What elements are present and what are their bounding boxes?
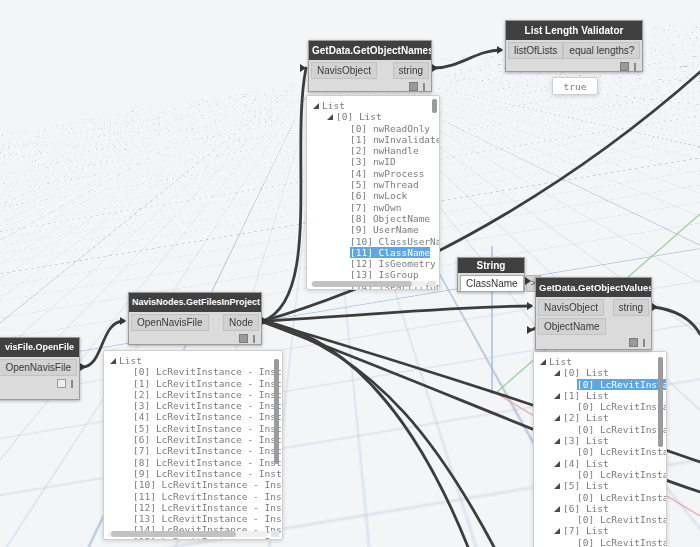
expander-icon[interactable] bbox=[554, 370, 560, 376]
expander-icon[interactable] bbox=[554, 461, 560, 467]
wire-getvalues-out[interactable] bbox=[653, 307, 700, 334]
list-item[interactable]: [4] nwProcess bbox=[307, 168, 439, 179]
expander-icon[interactable] bbox=[554, 528, 560, 534]
list-item[interactable]: [3] nwID bbox=[307, 156, 439, 167]
list-item[interactable]: [0] LcRevitInstance - Instance - bbox=[104, 366, 282, 377]
list-item[interactable]: [13] LcRevitInstance - Instance - bbox=[104, 513, 282, 524]
validator-preview-bubble[interactable]: true bbox=[552, 77, 598, 95]
input-port-objectname[interactable]: ObjectName bbox=[538, 318, 606, 335]
wire-node-to-getnames[interactable] bbox=[263, 68, 306, 321]
list-item[interactable]: [2] LcRevitInstance - Instance - bbox=[104, 389, 282, 400]
preview-toggle-icon[interactable] bbox=[239, 334, 248, 343]
list-item[interactable]: [7] LcRevitInstance - Instance - bbox=[104, 445, 282, 456]
output-port-string[interactable]: string bbox=[393, 62, 429, 79]
node-menu-icon[interactable] bbox=[71, 380, 73, 388]
list-item[interactable]: [5] nwThread bbox=[307, 179, 439, 190]
getnames-preview-bubble[interactable]: List[0] List[0] nwReadOnly[1] nwInvalida… bbox=[306, 95, 440, 290]
list-item[interactable]: [0] LcRevitInstance bbox=[534, 401, 666, 412]
expander-icon[interactable] bbox=[554, 483, 560, 489]
preview-toggle-icon[interactable] bbox=[57, 379, 66, 388]
list-item[interactable]: [3] List bbox=[534, 435, 666, 446]
list-item[interactable]: [6] List bbox=[534, 503, 666, 514]
getfiles-preview-bubble[interactable]: List[0] LcRevitInstance - Instance -[1] … bbox=[103, 350, 283, 540]
output-port-node[interactable]: Node bbox=[223, 314, 259, 331]
string-value-input[interactable]: ClassName bbox=[460, 275, 524, 292]
list-item[interactable]: List bbox=[307, 100, 439, 111]
output-port-string[interactable]: string bbox=[613, 299, 649, 316]
node-menu-icon[interactable] bbox=[634, 63, 636, 71]
horizontal-scrollbar[interactable] bbox=[311, 281, 425, 287]
list-item[interactable]: [0] LcRevitInstance bbox=[534, 446, 666, 457]
node-getfilesinproject[interactable]: NavisNodes.GetFilesInProject OpenNavisFi… bbox=[128, 292, 262, 345]
list-item[interactable]: [1] LcRevitInstance - Instance - bbox=[104, 378, 282, 389]
expander-icon[interactable] bbox=[327, 114, 333, 120]
expander-icon[interactable] bbox=[110, 358, 116, 364]
list-item[interactable]: [10] LcRevitInstance - Instance - bbox=[104, 479, 282, 490]
list-item[interactable]: [5] LcRevitInstance - Instance - bbox=[104, 423, 282, 434]
list-item[interactable]: List bbox=[104, 355, 282, 366]
expander-icon[interactable] bbox=[554, 415, 560, 421]
list-item[interactable]: [8] ObjectName bbox=[307, 213, 439, 224]
list-item[interactable]: [1] List bbox=[534, 390, 666, 401]
list-item[interactable]: [4] List bbox=[534, 458, 666, 469]
output-port-equal-lengths[interactable]: equal lengths? bbox=[563, 42, 640, 59]
vertical-scrollbar-thumb[interactable] bbox=[274, 359, 279, 464]
list-item[interactable]: [0] nwReadOnly bbox=[307, 123, 439, 134]
expander-icon[interactable] bbox=[554, 506, 560, 512]
node-listlengthvalidator[interactable]: List Length Validator listOfLists equal … bbox=[505, 20, 643, 72]
horizontal-scrollbar[interactable] bbox=[108, 531, 268, 537]
node-string[interactable]: String ClassName > bbox=[457, 257, 525, 292]
node-openfile[interactable]: visFile.OpenFile OpenNavisFile bbox=[0, 337, 80, 400]
preview-toggle-icon[interactable] bbox=[409, 82, 418, 91]
list-item[interactable]: [5] List bbox=[534, 480, 666, 491]
node-title[interactable]: visFile.OpenFile bbox=[0, 338, 79, 357]
expander-icon[interactable] bbox=[554, 393, 560, 399]
input-port-navisobject[interactable]: NavisObject bbox=[311, 62, 377, 79]
node-title[interactable]: GetData.GetObjectNames bbox=[309, 41, 431, 60]
node-menu-icon[interactable] bbox=[253, 335, 255, 343]
preview-toggle-icon[interactable] bbox=[620, 62, 629, 71]
list-item[interactable]: [1] nwInvalidated bbox=[307, 134, 439, 145]
preview-toggle-icon[interactable] bbox=[629, 338, 638, 347]
expander-icon[interactable] bbox=[313, 103, 319, 109]
list-item[interactable]: [11] LcRevitInstance - Instance - bbox=[104, 491, 282, 502]
getvalues-preview-bubble[interactable]: List[0] List[0] LcRevitInstance[1] List[… bbox=[533, 351, 667, 547]
list-item[interactable]: [13] IsGroup bbox=[307, 269, 439, 280]
list-item[interactable]: [2] List bbox=[534, 412, 666, 423]
wire-node-to-bottom-1[interactable] bbox=[263, 321, 468, 547]
list-item[interactable]: [9] LcRevitInstance - Instance - bbox=[104, 468, 282, 479]
list-item[interactable]: [8] LcRevitInstance - Instance - bbox=[104, 457, 282, 468]
node-title[interactable]: List Length Validator bbox=[506, 21, 642, 40]
list-item[interactable]: [7] nwOwn bbox=[307, 202, 439, 213]
horizontal-scrollbar-thumb[interactable] bbox=[312, 281, 412, 287]
expander-icon[interactable] bbox=[540, 359, 546, 365]
list-item[interactable]: [0] LcRevitInstance bbox=[534, 424, 666, 435]
vertical-scrollbar-thumb[interactable] bbox=[658, 357, 663, 447]
list-item[interactable]: [0] LcRevitInstance bbox=[534, 492, 666, 503]
list-item[interactable]: [4] LcRevitInstance - Instance - bbox=[104, 411, 282, 422]
node-title[interactable]: NavisNodes.GetFilesInProject bbox=[129, 293, 261, 312]
list-item[interactable]: List bbox=[534, 356, 666, 367]
expander-icon[interactable] bbox=[554, 438, 560, 444]
vertical-scrollbar-thumb[interactable] bbox=[432, 99, 437, 113]
horizontal-scrollbar-thumb[interactable] bbox=[111, 531, 236, 537]
list-item[interactable]: [12] IsGeometry bbox=[307, 258, 439, 269]
output-port-opennavisfile[interactable]: OpenNavisFile bbox=[0, 359, 77, 376]
node-menu-icon[interactable] bbox=[423, 83, 425, 91]
node-getobjectnames[interactable]: GetData.GetObjectNames NavisObject strin… bbox=[308, 40, 432, 92]
list-item[interactable]: [0] LcRevitInstance bbox=[534, 514, 666, 525]
node-title[interactable]: String bbox=[458, 258, 524, 273]
input-port-opennavisfile[interactable]: OpenNavisFile bbox=[131, 314, 209, 331]
node-menu-icon[interactable] bbox=[643, 339, 645, 347]
list-item[interactable]: [10] ClassUserName bbox=[307, 236, 439, 247]
wire-getnames-to-validator[interactable] bbox=[434, 50, 501, 68]
list-item[interactable]: [0] LcRevitInstance bbox=[534, 379, 666, 390]
list-item[interactable]: [12] LcRevitInstance - Instance - bbox=[104, 502, 282, 513]
dynamo-workspace-canvas[interactable]: true List[0] List[0] nwReadOnly[1] nwInv… bbox=[0, 0, 700, 547]
list-item[interactable]: [2] nwHandle bbox=[307, 145, 439, 156]
list-item[interactable]: [11] ClassName bbox=[307, 247, 439, 258]
list-item[interactable]: [7] List bbox=[534, 525, 666, 536]
list-item[interactable]: [6] nwLock bbox=[307, 190, 439, 201]
list-item[interactable]: [6] LcRevitInstance - Instance - bbox=[104, 434, 282, 445]
list-item[interactable]: [0] List bbox=[307, 111, 439, 122]
